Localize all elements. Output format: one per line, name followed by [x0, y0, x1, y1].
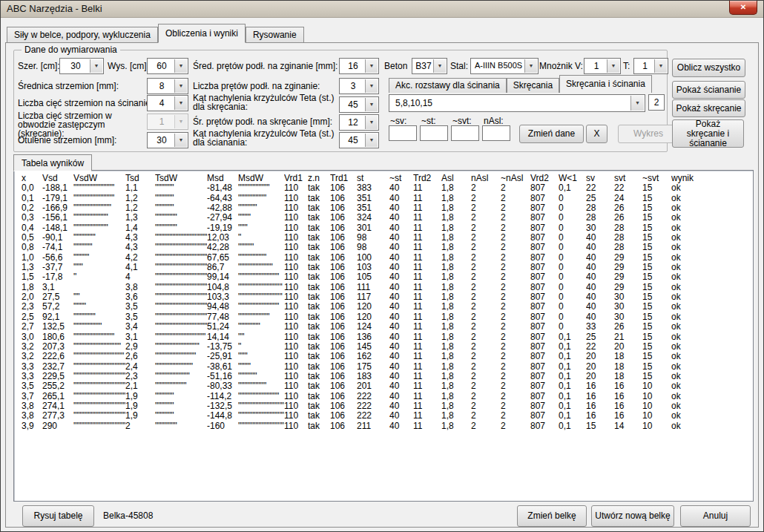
value-cell: 110: [284, 233, 308, 243]
kat-teta-skrecanie-combo[interactable]: 45 ▼: [339, 96, 379, 113]
table-row: 1,0-56,6"""""4,2"""""""""""""""""""""67,…: [22, 253, 701, 263]
liczba-ciec-scinanie-value: 4: [149, 98, 174, 108]
chevron-down-icon[interactable]: ▼: [174, 134, 187, 147]
value-cell: 1,0: [22, 253, 42, 263]
value-cell: 2: [471, 332, 501, 342]
kat-teta-scinanie-combo[interactable]: 45 ▼: [339, 132, 379, 148]
szer-combo[interactable]: 30 ▼: [59, 58, 104, 74]
chevron-down-icon[interactable]: ▼: [365, 59, 378, 73]
chevron-down-icon[interactable]: ▼: [174, 96, 187, 110]
chevron-down-icon[interactable]: ▼: [433, 59, 446, 73]
zmien-belke-button[interactable]: Zmień belkę: [517, 505, 587, 527]
tab-rysowanie[interactable]: Rysowanie: [246, 27, 304, 43]
stal-combo[interactable]: A-IIIN B500S ▼: [470, 58, 539, 74]
value-cell: 4,1: [125, 263, 155, 272]
value-cell: 1,8: [441, 332, 471, 342]
value-cell: ok: [671, 322, 701, 332]
chevron-down-icon[interactable]: ▼: [365, 116, 378, 129]
sred-zginanie-combo[interactable]: 16 ▼: [339, 58, 379, 74]
x-button[interactable]: X: [586, 125, 607, 143]
chevron-down-icon[interactable]: ▼: [654, 59, 667, 73]
pokaz-skrecanie-button[interactable]: Pokaż skręcanie: [672, 99, 745, 117]
value-cell: 0,1: [559, 183, 586, 193]
value-cell: 11: [413, 312, 441, 322]
value-cell: 40: [586, 233, 614, 243]
pokaz-scinanie-button[interactable]: Pokaż ściananie: [672, 81, 745, 99]
utworz-nowa-belke-button[interactable]: Utwórz nową belkę: [591, 505, 674, 527]
value-cell: 2,5: [22, 312, 42, 322]
results-table-area[interactable]: xVsdVsdWTsdTsdWMsdMsdWVrd1z.nTrd1st~stTr…: [13, 170, 754, 502]
rysuj-tabele-button[interactable]: Rysuj tabelę: [22, 505, 94, 527]
value-cell: 92,1: [42, 312, 73, 322]
value-cell: 2: [501, 381, 530, 391]
beton-combo[interactable]: B37 ▼: [412, 58, 447, 74]
value-cell: 2,7: [22, 322, 42, 332]
chevron-down-icon[interactable]: ▼: [365, 134, 378, 147]
table-row: 3,8277,3""""""""""""""""""""1,9""""""-14…: [22, 411, 701, 421]
value-cell: 29: [614, 283, 642, 292]
value-cell: tak: [308, 352, 330, 361]
anuluj-button[interactable]: Anuluj: [680, 505, 751, 527]
value-cell: ok: [671, 292, 701, 302]
chevron-down-icon[interactable]: ▼: [365, 79, 378, 93]
bar-cell: ": [238, 233, 284, 243]
bar-cell: """""""""""""""": [155, 332, 207, 342]
value-cell: 1,9: [125, 401, 155, 411]
table-row: 0,0-188,1"""""""""""""1,1""""""-81,48"""…: [22, 183, 701, 193]
sv-field[interactable]: [389, 125, 417, 141]
chevron-down-icon[interactable]: ▼: [365, 98, 378, 111]
value-cell: 807: [530, 362, 559, 372]
st-field[interactable]: [420, 125, 448, 141]
zmien-dane-button[interactable]: Zmień dane: [519, 125, 584, 143]
bar-cell: ": [73, 272, 125, 282]
value-cell: 807: [530, 401, 559, 411]
liczba-ciec-scinanie-combo[interactable]: 4 ▼: [147, 95, 188, 111]
chevron-down-icon[interactable]: ▼: [174, 59, 187, 73]
subtab-akc-rozstawy[interactable]: Akc. rozstawy dla ścinania: [389, 78, 507, 93]
value-cell: 110: [284, 352, 308, 361]
sred-zginanie-value: 16: [341, 61, 365, 71]
wys-combo[interactable]: 60 ▼: [147, 58, 188, 74]
value-cell: 1,3: [22, 263, 42, 272]
value-cell: 106: [330, 411, 357, 421]
chevron-down-icon[interactable]: ▼: [90, 59, 102, 73]
chevron-down-icon[interactable]: ▼: [630, 96, 644, 111]
pokaz-skrecanie-i-scinanie-button[interactable]: Pokaż skręcanie i ściananie: [672, 119, 744, 148]
srednica-strzemion-combo[interactable]: 8 ▼: [147, 78, 188, 94]
tabela-wynikow-tab[interactable]: Tabela wyników: [13, 154, 92, 171]
bar-cell: """"""""": [238, 194, 284, 203]
rozstawy-count-field[interactable]: 2: [648, 94, 665, 111]
bar-cell: """""": [155, 401, 207, 411]
nasl-field[interactable]: [482, 125, 510, 141]
value-cell: 11: [413, 263, 441, 272]
chevron-down-icon[interactable]: ▼: [524, 59, 537, 73]
subtab-skrecania-i-scinania[interactable]: Skręcania i ścinania: [559, 75, 652, 93]
value-cell: ok: [671, 352, 701, 361]
sr-skrecanie-combo[interactable]: 12 ▼: [339, 114, 379, 131]
value-cell: 1,8: [441, 213, 471, 223]
subtab-skrecania[interactable]: Skręcania: [507, 78, 559, 93]
tab-sily-w-belce[interactable]: Siły w belce, podpory, wykluczenia: [7, 27, 158, 43]
tab-obliczenia-i-wyniki[interactable]: Obliczenia i wyniki: [158, 24, 246, 43]
rozstawy-combo[interactable]: 5,8,10,15 ▼: [389, 94, 645, 112]
value-cell: 0: [559, 312, 586, 322]
value-cell: ok: [671, 194, 701, 203]
svt-field[interactable]: [451, 125, 479, 141]
value-cell: 11: [413, 332, 441, 342]
otulenie-combo[interactable]: 30 ▼: [147, 132, 188, 148]
liczba-pretow-zginanie-combo[interactable]: 3 ▼: [339, 78, 379, 94]
liczba-pretow-zginanie-value: 3: [341, 81, 365, 91]
value-cell: 15: [642, 223, 671, 233]
t-combo[interactable]: 1 ▼: [633, 58, 668, 74]
chevron-down-icon[interactable]: ▼: [174, 79, 187, 93]
value-cell: 11: [413, 243, 441, 252]
value-cell: 110: [284, 381, 308, 391]
value-cell: 40: [586, 272, 614, 282]
mnoznik-v-combo[interactable]: 1 ▼: [584, 58, 621, 74]
value-cell: 15: [642, 243, 671, 252]
oblicz-wszystko-button[interactable]: Oblicz wszystko: [672, 59, 745, 77]
value-cell: 807: [530, 411, 559, 421]
chevron-down-icon[interactable]: ▼: [607, 59, 619, 73]
close-button[interactable]: ✕: [729, 1, 757, 15]
title-bar[interactable]: ABC Narzędzia - Belki ✕: [1, 1, 763, 18]
